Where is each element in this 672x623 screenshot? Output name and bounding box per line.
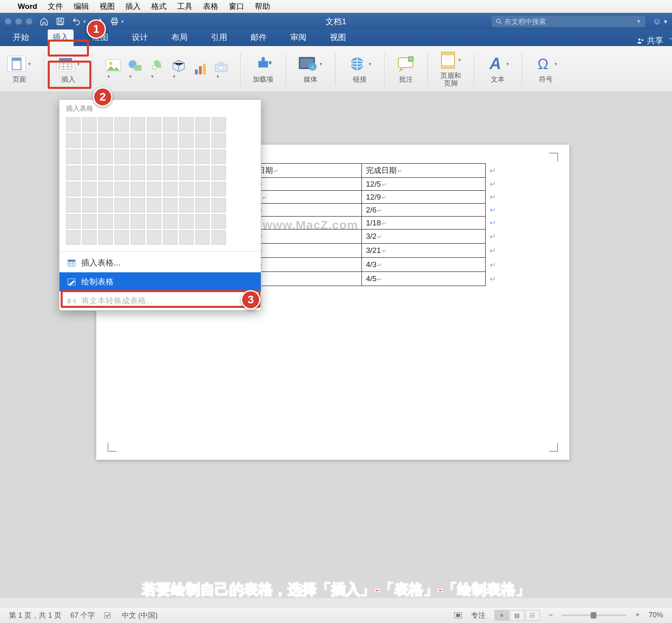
table-cell[interactable]: 12/5↵ xyxy=(362,178,486,191)
tab-layout[interactable]: 布局 xyxy=(167,29,192,46)
grid-cell[interactable] xyxy=(131,214,145,229)
grid-cell[interactable] xyxy=(98,182,113,196)
menu-tools[interactable]: 工具 xyxy=(177,1,192,12)
grid-cell[interactable] xyxy=(147,198,161,213)
grid-cell[interactable] xyxy=(211,117,226,132)
table-cell[interactable]: 2/6↵ xyxy=(362,204,486,217)
grid-cell[interactable] xyxy=(131,198,145,213)
grid-cell[interactable] xyxy=(82,230,97,245)
status-focus[interactable]: 专注 xyxy=(471,610,486,620)
grid-cell[interactable] xyxy=(66,182,80,196)
grid-cell[interactable] xyxy=(179,149,194,164)
grid-cell[interactable] xyxy=(147,117,161,132)
grid-cell[interactable] xyxy=(179,198,194,213)
group-text[interactable]: A▼ 文本 xyxy=(486,54,510,84)
tab-design[interactable]: 设计 xyxy=(127,29,153,46)
grid-cell[interactable] xyxy=(195,182,210,196)
menu-insert-table[interactable]: 插入表格... xyxy=(59,253,261,272)
window-controls[interactable] xyxy=(5,18,32,25)
pictures-icon[interactable]: ▼ xyxy=(105,59,121,80)
zoom-in-icon[interactable]: + xyxy=(635,611,640,619)
grid-cell[interactable] xyxy=(179,117,194,132)
grid-cell[interactable] xyxy=(147,230,161,245)
grid-cell[interactable] xyxy=(66,198,80,213)
table-cell[interactable]: 3/21↵ xyxy=(362,244,486,258)
group-symbol[interactable]: Ω▼ 符号 xyxy=(534,54,558,84)
grid-cell[interactable] xyxy=(114,182,129,196)
grid-cell[interactable] xyxy=(179,182,194,196)
tab-mailings[interactable]: 邮件 xyxy=(246,29,272,46)
grid-cell[interactable] xyxy=(211,182,226,196)
grid-cell[interactable] xyxy=(163,149,178,164)
grid-cell[interactable] xyxy=(163,182,178,196)
status-page[interactable]: 第 1 页，共 1 页 xyxy=(9,610,61,620)
grid-cell[interactable] xyxy=(211,214,226,229)
menu-view[interactable]: 视图 xyxy=(99,1,115,12)
status-wordcount[interactable]: 67 个字 xyxy=(70,610,95,620)
grid-cell[interactable] xyxy=(114,198,129,213)
shapes-icon[interactable]: ▼ xyxy=(127,59,143,80)
group-addins[interactable]: 加载项 xyxy=(253,54,273,84)
grid-cell[interactable] xyxy=(82,214,97,229)
group-comment[interactable]: + 批注 xyxy=(397,54,415,84)
smartart-icon[interactable]: ▼ xyxy=(149,59,165,80)
menu-insert[interactable]: 插入 xyxy=(125,1,141,12)
menu-table[interactable]: 表格 xyxy=(203,1,218,12)
grid-cell[interactable] xyxy=(98,117,113,132)
grid-cell[interactable] xyxy=(98,166,113,180)
grid-cell[interactable] xyxy=(195,117,210,132)
grid-cell[interactable] xyxy=(82,133,97,148)
grid-cell[interactable] xyxy=(66,149,80,164)
grid-cell[interactable] xyxy=(98,214,113,229)
header-cell-2[interactable]: 完成日期↵ xyxy=(362,164,486,178)
grid-cell[interactable] xyxy=(195,149,210,164)
table-cell[interactable]: 12/9↵ xyxy=(362,191,486,204)
grid-cell[interactable] xyxy=(131,149,145,164)
grid-cell[interactable] xyxy=(179,214,194,229)
table-cell[interactable]: 4/3↵ xyxy=(362,258,486,272)
collapse-ribbon-icon[interactable]: ˆ xyxy=(669,37,672,46)
grid-cell[interactable] xyxy=(163,230,178,245)
undo-icon[interactable] xyxy=(72,17,81,26)
grid-cell[interactable] xyxy=(98,149,113,164)
grid-cell[interactable] xyxy=(163,117,178,132)
grid-cell[interactable] xyxy=(211,149,226,164)
focus-icon[interactable] xyxy=(454,612,462,619)
group-media[interactable]: ♫▼ 媒体 xyxy=(298,54,323,84)
grid-cell[interactable] xyxy=(131,182,145,196)
menu-window[interactable]: 窗口 xyxy=(229,1,244,12)
grid-cell[interactable] xyxy=(82,117,97,132)
3dmodel-icon[interactable]: ▼ xyxy=(171,59,187,80)
grid-cell[interactable] xyxy=(179,166,194,180)
zoom-slider[interactable] xyxy=(562,615,626,616)
share-button[interactable]: 共享 xyxy=(636,35,663,46)
group-page[interactable]: ▼ 页面 xyxy=(7,54,32,84)
zoom-out-icon[interactable]: − xyxy=(549,611,553,619)
search-input[interactable]: 在文档中搜索 ▼ xyxy=(492,16,645,27)
home-icon[interactable] xyxy=(40,17,49,26)
chart-icon[interactable] xyxy=(192,62,209,76)
grid-cell[interactable] xyxy=(98,198,113,213)
grid-cell[interactable] xyxy=(195,198,210,213)
print-icon[interactable] xyxy=(110,17,119,26)
grid-cell[interactable] xyxy=(82,166,97,180)
grid-cell[interactable] xyxy=(211,198,226,213)
grid-cell[interactable] xyxy=(114,230,129,245)
grid-cell[interactable] xyxy=(211,133,226,148)
zoom-level[interactable]: 70% xyxy=(649,611,663,619)
grid-cell[interactable] xyxy=(114,214,129,229)
grid-cell[interactable] xyxy=(179,230,194,245)
status-language[interactable]: 中文 (中国) xyxy=(122,610,158,620)
grid-cell[interactable] xyxy=(163,166,178,180)
grid-cell[interactable] xyxy=(66,117,80,132)
grid-cell[interactable] xyxy=(131,117,145,132)
grid-cell[interactable] xyxy=(131,133,145,148)
grid-cell[interactable] xyxy=(82,182,97,196)
grid-cell[interactable] xyxy=(147,149,161,164)
grid-cell[interactable] xyxy=(66,214,80,229)
grid-cell[interactable] xyxy=(114,133,129,148)
menu-format[interactable]: 格式 xyxy=(151,1,167,12)
grid-cell[interactable] xyxy=(98,133,113,148)
menu-draw-table[interactable]: 绘制表格 xyxy=(59,272,261,291)
grid-cell[interactable] xyxy=(211,166,226,180)
